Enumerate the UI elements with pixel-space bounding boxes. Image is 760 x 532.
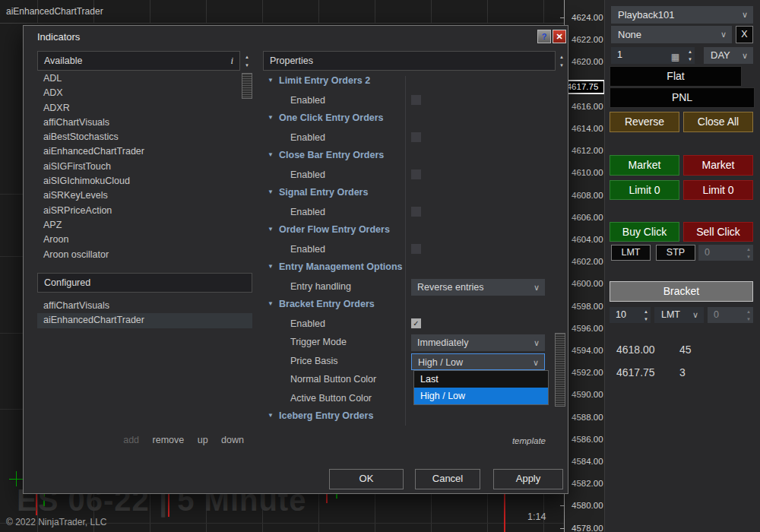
- property-checkbox[interactable]: ✓: [411, 318, 421, 328]
- quantity-stepper[interactable]: ▲▼: [688, 47, 692, 63]
- property-label: Price Basis: [290, 356, 338, 366]
- property-section-label[interactable]: Iceberg Entry Orders: [279, 410, 373, 421]
- buy-limit-button[interactable]: Limit 0: [610, 180, 679, 200]
- dropdown-option[interactable]: Last: [414, 371, 548, 388]
- available-item[interactable]: Aroon oscillator: [37, 248, 240, 262]
- property-section-label[interactable]: Order Flow Entry Orders: [279, 224, 390, 235]
- quantity-field[interactable]: 1 ▦ ▲▼: [611, 47, 695, 64]
- collapse-triangle-icon[interactable]: ▼: [268, 300, 274, 307]
- price-axis-label: 4612.00: [572, 146, 603, 155]
- available-item[interactable]: APZ: [37, 218, 240, 233]
- property-checkbox[interactable]: [411, 95, 421, 105]
- available-item[interactable]: ADL: [37, 71, 240, 86]
- bracket-qty-field[interactable]: 10 ▲▼: [610, 307, 651, 323]
- available-item[interactable]: ADX: [37, 86, 240, 100]
- close-icon[interactable]: ✕: [553, 30, 566, 43]
- add-link[interactable]: add: [123, 435, 139, 445]
- template-link[interactable]: template: [468, 436, 546, 445]
- property-dropdown[interactable]: Reverse entries∨: [411, 279, 545, 296]
- available-item[interactable]: aiSRPriceAction: [37, 204, 240, 218]
- atm-strategy-selector[interactable]: None∨: [611, 26, 732, 43]
- available-item[interactable]: aiSRKeyLevels: [37, 188, 240, 203]
- collapse-triangle-icon[interactable]: ▼: [268, 412, 274, 419]
- configured-item[interactable]: aiEnhancedChartTrader: [37, 313, 252, 328]
- property-row: Enabled: [263, 92, 556, 111]
- property-row: ▼Order Flow Entry Orders: [263, 222, 556, 241]
- copyright-text: © 2022 NinjaTrader, LLC: [6, 517, 106, 527]
- available-scroll-arrows[interactable]: ▲▼: [242, 51, 252, 71]
- properties-header-label: Properties: [270, 55, 313, 66]
- available-item[interactable]: aiBestStochastics: [37, 130, 240, 144]
- lmt-mode-button[interactable]: LMT: [611, 245, 651, 261]
- price-axis-label: 4624.00: [572, 13, 603, 22]
- property-checkbox[interactable]: [411, 132, 421, 142]
- atm-close-button[interactable]: X: [736, 26, 753, 43]
- apply-button[interactable]: Apply: [493, 469, 563, 489]
- configured-item[interactable]: affiChartVisuals: [37, 299, 252, 313]
- available-scrollbar-thumb[interactable]: [242, 73, 252, 99]
- price-basis-dropdown-popup[interactable]: LastHigh / Low: [413, 370, 549, 405]
- property-section-label[interactable]: Bracket Entry Orders: [279, 299, 375, 309]
- pnl-button[interactable]: PNL: [610, 87, 755, 108]
- sell-market-button[interactable]: Market: [683, 155, 753, 176]
- price-axis[interactable]: 4624.004622.004620.004616.004614.004612.…: [564, 0, 605, 532]
- available-item[interactable]: aiSIGIchimokuCloud: [37, 174, 240, 188]
- candle-mark: [9, 479, 24, 480]
- price-axis-label: 4586.00: [572, 435, 603, 444]
- help-button[interactable]: ?: [537, 30, 551, 43]
- down-link[interactable]: down: [221, 435, 244, 445]
- available-item[interactable]: aiEnhancedChartTrader: [37, 144, 240, 159]
- property-checkbox[interactable]: [411, 169, 421, 179]
- price-axis-label: 4580.00: [572, 501, 603, 510]
- price-axis-tick: [560, 528, 565, 529]
- up-link[interactable]: up: [198, 435, 208, 445]
- property-section-label[interactable]: Limit Entry Orders 2: [279, 75, 370, 86]
- account-selector[interactable]: Playback101∨: [611, 6, 753, 24]
- property-checkbox[interactable]: [411, 207, 421, 217]
- available-item[interactable]: Aroon: [37, 233, 240, 247]
- stp-mode-button[interactable]: STP: [656, 245, 695, 261]
- flat-button[interactable]: Flat: [610, 66, 742, 87]
- buy-click-button[interactable]: Buy Click: [610, 222, 679, 242]
- ok-button[interactable]: OK: [329, 469, 404, 489]
- property-dropdown[interactable]: High / Low∨: [411, 353, 545, 370]
- collapse-triangle-icon[interactable]: ▼: [268, 114, 274, 121]
- property-section-label[interactable]: Entry Management Options: [279, 261, 403, 272]
- property-section-label[interactable]: Close Bar Entry Orders: [279, 150, 384, 160]
- property-checkbox[interactable]: [411, 244, 421, 254]
- collapse-triangle-icon[interactable]: ▼: [268, 151, 274, 158]
- property-dropdown[interactable]: Immediately∨: [411, 334, 545, 351]
- collapse-triangle-icon[interactable]: ▼: [268, 263, 274, 270]
- close-all-button[interactable]: Close All: [683, 112, 753, 132]
- dropdown-option[interactable]: High / Low: [414, 388, 548, 404]
- bracket-button[interactable]: Bracket: [610, 281, 753, 302]
- property-row: ▼Entry Management Options: [263, 259, 556, 278]
- cancel-button[interactable]: Cancel: [415, 469, 480, 489]
- info-icon[interactable]: i: [230, 52, 233, 70]
- available-item[interactable]: ADXR: [37, 101, 240, 116]
- sell-click-button[interactable]: Sell Click: [683, 222, 753, 242]
- properties-scrollbar-thumb[interactable]: [555, 333, 565, 407]
- available-item[interactable]: affiChartVisuals: [37, 116, 240, 130]
- properties-scroll-arrows[interactable]: ▲▼: [556, 51, 567, 71]
- price-axis-label: 4620.00: [572, 57, 603, 66]
- collapse-triangle-icon[interactable]: ▼: [268, 188, 274, 195]
- reverse-button[interactable]: Reverse: [610, 112, 679, 132]
- property-section-label[interactable]: Signal Entry Orders: [279, 187, 368, 198]
- property-dropdown-value: High / Low: [418, 357, 463, 368]
- property-section-label[interactable]: One Click Entry Orders: [279, 112, 384, 123]
- property-value: [411, 204, 548, 221]
- bracket-qty-stepper[interactable]: ▲▼: [644, 307, 648, 323]
- bracket-type-selector[interactable]: LMT∨: [654, 307, 704, 323]
- sell-limit-button[interactable]: Limit 0: [683, 180, 753, 200]
- collapse-triangle-icon[interactable]: ▼: [268, 77, 274, 84]
- collapse-triangle-icon[interactable]: ▼: [268, 226, 274, 233]
- calculator-icon[interactable]: ▦: [671, 49, 679, 65]
- tif-selector[interactable]: DAY∨: [704, 47, 753, 64]
- available-item[interactable]: aiSIGFirstTouch: [37, 160, 240, 174]
- chevron-down-icon: ∨: [534, 279, 540, 296]
- buy-market-button[interactable]: Market: [610, 155, 679, 176]
- available-scrollbar[interactable]: [242, 71, 252, 265]
- price-axis-label: 4582.00: [572, 479, 603, 488]
- remove-link[interactable]: remove: [153, 435, 185, 445]
